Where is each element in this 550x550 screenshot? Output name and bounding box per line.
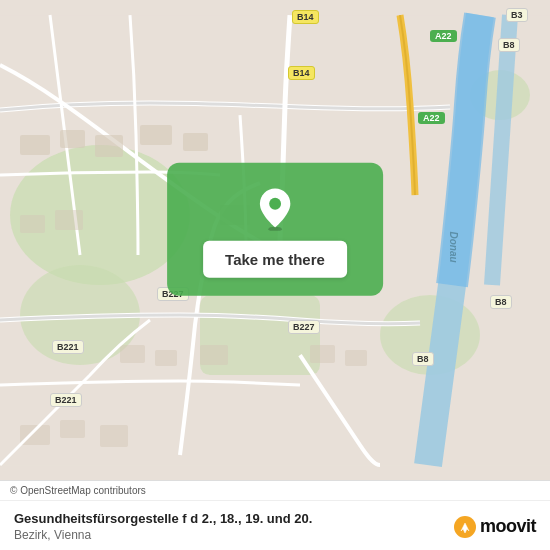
- svg-rect-21: [60, 420, 85, 438]
- road-label-b88: B8: [412, 352, 434, 366]
- svg-rect-16: [155, 350, 177, 366]
- svg-rect-12: [55, 210, 83, 230]
- svg-rect-6: [20, 135, 50, 155]
- svg-rect-11: [20, 215, 45, 233]
- moovit-logo: moovit: [454, 516, 536, 538]
- svg-rect-9: [140, 125, 172, 145]
- location-city: Bezirk, Vienna: [14, 528, 312, 542]
- svg-rect-10: [183, 133, 208, 151]
- location-pin-icon: [253, 187, 297, 231]
- info-bar: Gesundheitsfürsorgestelle f d 2., 18., 1…: [0, 500, 550, 550]
- attribution-bar: © OpenStreetMap contributors: [0, 480, 550, 500]
- road-label-b8-top: B8: [498, 38, 520, 52]
- road-label-b3: B3: [506, 8, 528, 22]
- app: A22 A22 B14 B14 B3 B8 B8 B8 B227 B227 B2…: [0, 0, 550, 550]
- svg-rect-8: [95, 135, 123, 157]
- svg-rect-22: [100, 425, 128, 447]
- svg-point-24: [269, 198, 281, 210]
- road-label-b8-bot: B8: [490, 295, 512, 309]
- svg-rect-19: [345, 350, 367, 366]
- road-label-b14-mid: B14: [288, 66, 315, 80]
- road-label-b14-top: B14: [292, 10, 319, 24]
- road-label-b227-bot: B227: [288, 320, 320, 334]
- overlay-card: Take me there: [167, 163, 383, 296]
- svg-rect-17: [200, 345, 228, 365]
- road-label-a22-mid: A22: [418, 112, 445, 124]
- road-label-b221-1: B221: [52, 340, 84, 354]
- svg-rect-15: [120, 345, 145, 363]
- moovit-logo-dot: [454, 516, 476, 538]
- svg-rect-18: [310, 345, 335, 363]
- map-area: A22 A22 B14 B14 B3 B8 B8 B8 B227 B227 B2…: [0, 0, 550, 480]
- road-label-a22-top: A22: [430, 30, 457, 42]
- attribution-text: © OpenStreetMap contributors: [10, 485, 146, 496]
- take-me-there-button[interactable]: Take me there: [203, 241, 347, 278]
- svg-rect-7: [60, 130, 85, 148]
- moovit-icon: [458, 520, 472, 534]
- location-info: Gesundheitsfürsorgestelle f d 2., 18., 1…: [14, 511, 312, 542]
- moovit-logo-text: moovit: [480, 516, 536, 537]
- road-label-b221-2: B221: [50, 393, 82, 407]
- location-name: Gesundheitsfürsorgestelle f d 2., 18., 1…: [14, 511, 312, 528]
- water-label-donau: Donau: [448, 232, 459, 263]
